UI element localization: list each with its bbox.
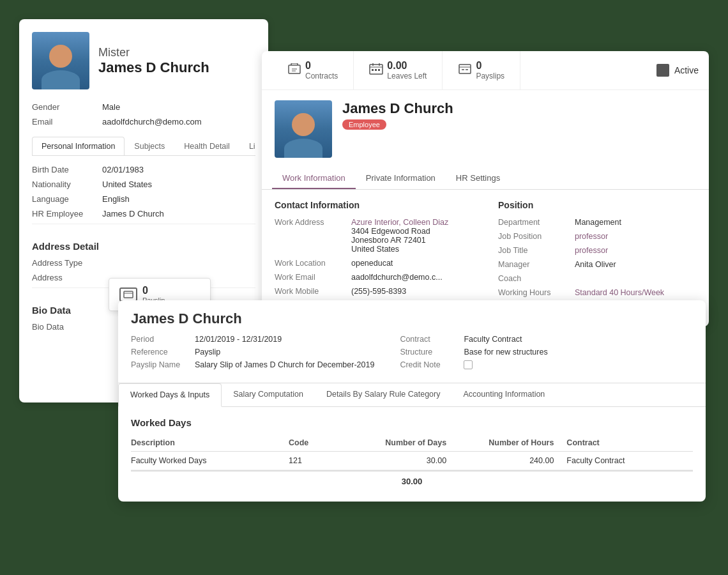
- tab-work-information[interactable]: Work Information: [272, 168, 356, 189]
- payslips-label: Payslips: [476, 72, 504, 80]
- address-type-label: Address Type: [32, 258, 96, 268]
- back-tab-bar: Personal Information Subjects Health Det…: [32, 137, 255, 156]
- tab-private-information[interactable]: Private Information: [356, 168, 446, 189]
- tab-details-salary-rule[interactable]: Details By Salary Rule Category: [315, 383, 452, 406]
- payslips-count: 0: [476, 60, 504, 72]
- contracts-label: Contracts: [305, 72, 338, 80]
- tab-salary-computation[interactable]: Salary Computation: [222, 383, 315, 406]
- working-hours-value[interactable]: Standard 40 Hours/Week: [575, 288, 696, 297]
- header-description: Description: [131, 438, 289, 447]
- structure-value: Base for new structures: [464, 348, 547, 356]
- position-title: Position: [498, 200, 696, 210]
- salutation: Mister: [98, 46, 209, 59]
- coach-value: [575, 274, 696, 283]
- svg-rect-9: [372, 69, 374, 71]
- period-value: 12/01/2019 - 12/31/2019: [195, 335, 282, 344]
- payslips-button[interactable]: 0 Payslips: [443, 51, 520, 89]
- worked-days-section: Worked Days Description Code Number of D…: [118, 407, 706, 502]
- contact-info-title: Contact Information: [275, 200, 473, 210]
- active-status: Active: [656, 64, 699, 77]
- header-code: Code: [289, 438, 352, 447]
- period-label: Period: [131, 335, 188, 344]
- tab-worked-days-inputs[interactable]: Worked Days & Inputs: [118, 383, 222, 407]
- table-footer: 30.00: [131, 470, 693, 491]
- avatar-mid: [275, 100, 332, 158]
- coach-label: Coach: [498, 274, 568, 283]
- payslip-icon: [119, 288, 137, 302]
- avatar: [32, 32, 89, 89]
- nationality-label: Nationality: [32, 180, 96, 189]
- address-section-title: Address Detail: [32, 241, 255, 252]
- work-location-label: Work Location: [275, 259, 345, 268]
- leaves-button[interactable]: 0.00 Leaves Left: [354, 51, 443, 89]
- work-info-tabs: Work Information Private Information HR …: [262, 168, 709, 190]
- row-days: 30.00: [352, 456, 459, 465]
- payslips-icon: [458, 63, 472, 78]
- email-value: aadolfdchurch@demo.com: [102, 117, 255, 126]
- reference-label: Reference: [131, 348, 188, 356]
- contracts-count: 0: [305, 60, 338, 72]
- tab-library[interactable]: Librar…: [239, 137, 255, 155]
- birth-date-label: Birth Date: [32, 165, 96, 174]
- manager-label: Manager: [498, 260, 568, 269]
- manager-value: Anita Oliver: [575, 260, 696, 269]
- row-contract: Faculty Contract: [566, 456, 693, 465]
- bio-label: Bio Data: [32, 322, 96, 332]
- work-address-link[interactable]: Azure Interior, Colleen Diaz: [351, 218, 448, 227]
- employee-header: Mister James D Church: [32, 32, 255, 89]
- row-hours: 240.00: [459, 456, 566, 465]
- work-location-value: openeducat: [351, 259, 473, 268]
- table-row: Faculty Worked Days 121 30.00 240.00 Fac…: [131, 452, 693, 470]
- reference-value[interactable]: Payslip: [195, 348, 220, 356]
- top-bar: 0 Contracts 0.00: [262, 51, 709, 90]
- employee-name-mid: James D Church: [342, 100, 453, 117]
- contract-value: Faculty Contract: [464, 335, 522, 344]
- email-label: Email: [32, 117, 96, 126]
- active-icon: [656, 64, 669, 77]
- header-hours: Number of Hours: [459, 438, 566, 447]
- payslip-name-label: Payslip Name: [131, 360, 188, 369]
- tab-hr-settings[interactable]: HR Settings: [446, 168, 510, 189]
- contracts-icon: [287, 63, 301, 78]
- worked-days-title: Worked Days: [131, 417, 693, 428]
- job-title-value[interactable]: professor: [575, 246, 696, 255]
- table-header: Description Code Number of Days Number o…: [131, 434, 693, 452]
- address-label: Address: [32, 273, 96, 282]
- gender-value: Male: [102, 102, 255, 112]
- work-mobile-value: (255)-595-8393: [351, 287, 473, 296]
- tab-subjects[interactable]: Subjects: [125, 137, 174, 155]
- employee-name-back: James D Church: [98, 59, 209, 76]
- hr-employee-label: HR Employee: [32, 209, 96, 218]
- header-days: Number of Days: [352, 438, 459, 447]
- svg-rect-11: [378, 69, 380, 71]
- svg-rect-12: [459, 65, 471, 73]
- work-info-card: 0 Contracts 0.00: [262, 51, 709, 326]
- birth-date-value: 02/01/1983: [102, 165, 255, 174]
- work-email-value: aadolfdchurch@demo.c...: [351, 273, 473, 282]
- job-position-value[interactable]: professor: [575, 232, 696, 241]
- work-address-value: Azure Interior, Colleen Diaz 3404 Edgewo…: [351, 218, 473, 254]
- employee-mid-header: James D Church Employee: [262, 90, 709, 168]
- job-position-label: Job Position: [498, 232, 568, 241]
- tab-personal-information[interactable]: Personal Information: [32, 137, 125, 156]
- row-description: Faculty Worked Days: [131, 456, 289, 465]
- header-contract: Contract: [566, 438, 693, 447]
- payslip-tabs: Worked Days & Inputs Salary Computation …: [118, 383, 706, 407]
- leaves-label: Leaves Left: [387, 72, 427, 80]
- tab-accounting-information[interactable]: Accounting Information: [451, 383, 556, 406]
- row-code: 121: [289, 456, 352, 465]
- footer-total: 30.00: [402, 477, 423, 486]
- tab-health-detail[interactable]: Health Detail: [174, 137, 239, 155]
- work-address-label: Work Address: [275, 218, 345, 254]
- gender-label: Gender: [32, 102, 96, 112]
- nationality-value: United States: [102, 180, 255, 189]
- payslip-employee-name: James D Church: [131, 310, 693, 327]
- active-label: Active: [674, 65, 699, 75]
- role-badge: Employee: [342, 119, 386, 130]
- department-label: Department: [498, 218, 568, 227]
- credit-note-checkbox[interactable]: [464, 360, 473, 371]
- structure-label: Structure: [400, 348, 457, 356]
- leaves-icon: [369, 63, 383, 78]
- work-email-label: Work Email: [275, 273, 345, 282]
- contracts-button[interactable]: 0 Contracts: [272, 51, 354, 89]
